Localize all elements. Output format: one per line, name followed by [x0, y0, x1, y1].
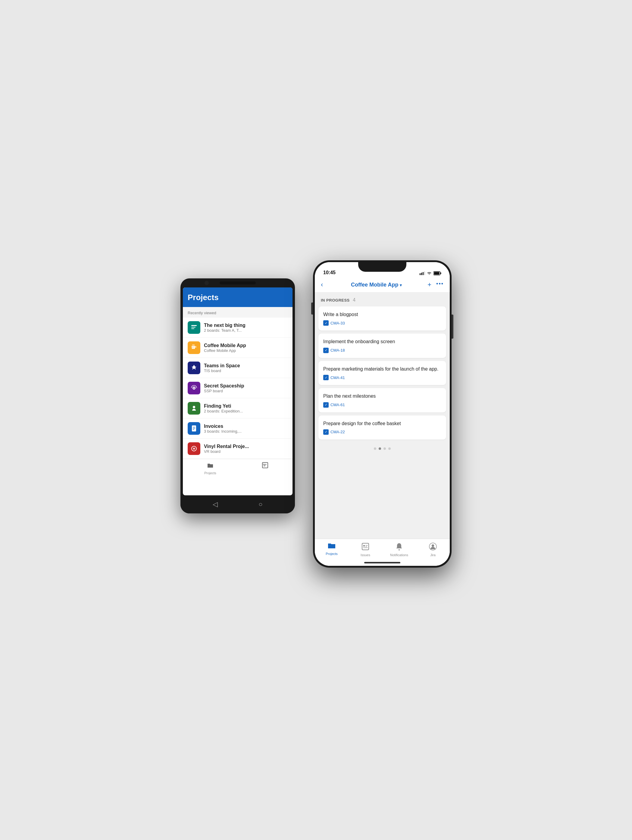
issue-card-coffee-basket[interactable]: Prepare design for the coffee basket ✓ C…: [318, 415, 446, 440]
status-icons: [420, 271, 441, 275]
svg-point-27: [432, 545, 434, 547]
more-button[interactable]: •••: [436, 281, 444, 289]
project-info-invoices: Invoices 3 boards: Incoming,...: [204, 424, 288, 434]
issue-title: Prepare marketing materials for the laun…: [323, 366, 441, 373]
back-icon[interactable]: ◁: [213, 501, 218, 508]
svg-point-25: [399, 549, 400, 551]
project-info-ssp: Secret Spaceship SSP board: [204, 383, 288, 393]
issue-title: Implement the onboarding screen: [323, 338, 441, 345]
nav-label: Issues: [361, 553, 370, 557]
issue-meta: ✓ CMA-61: [323, 402, 441, 407]
project-sub: VR board: [204, 449, 288, 454]
volume-button: [311, 303, 313, 314]
project-name: Secret Spaceship: [204, 383, 288, 388]
android-camera-bar: [220, 281, 256, 284]
issue-id: CMA-18: [331, 348, 345, 352]
dot-3: [383, 447, 386, 450]
project-name: Vinyl Rental Proje...: [204, 444, 288, 449]
list-item[interactable]: Finding Yeti 2 boards: Expedition...: [183, 398, 293, 418]
project-sub: 3 boards: Incoming,...: [204, 429, 288, 434]
issues-icon: [361, 543, 369, 552]
project-name: Invoices: [204, 424, 288, 429]
android-projects-title: Projects: [188, 293, 288, 302]
list-item[interactable]: Invoices 3 boards: Incoming,...: [183, 418, 293, 439]
home-icon[interactable]: ○: [258, 501, 262, 508]
project-sub: SSP board: [204, 388, 288, 393]
folder-icon: [206, 461, 214, 471]
dot-1: [374, 447, 376, 450]
back-button[interactable]: ‹: [321, 281, 323, 289]
svg-point-5: [193, 387, 195, 388]
issue-checkbox: ✓: [323, 348, 329, 353]
project-icon-finding-yeti: [188, 402, 200, 415]
section-header: IN PROGRESS 4: [315, 292, 450, 306]
issue-card-plan-milestones[interactable]: Plan the next milestones ✓ CMA-61: [318, 388, 446, 412]
android-project-list: The next big thing 2 boards: Team A, T..…: [183, 317, 293, 459]
android-nav-issues[interactable]: [238, 461, 293, 475]
svg-rect-0: [191, 325, 197, 326]
power-button: [452, 314, 453, 339]
dropdown-arrow-icon: ▾: [400, 283, 402, 287]
nav-label: Jira: [430, 553, 436, 557]
project-name: Coffee Mobile App: [204, 343, 288, 348]
list-item[interactable]: Vinyl Rental Proje... VR board: [183, 439, 293, 459]
svg-rect-17: [421, 273, 422, 275]
issue-id: CMA-33: [331, 321, 345, 325]
svg-rect-2: [191, 328, 194, 329]
battery-icon: [433, 271, 441, 275]
issue-meta: ✓ CMA-33: [323, 320, 441, 326]
bell-icon: [396, 543, 403, 552]
android-nav-projects[interactable]: Projects: [183, 461, 238, 475]
issue-meta: ✓ CMA-22: [323, 429, 441, 435]
project-sub: Coffee Mobile App: [204, 348, 288, 353]
user-icon: [429, 543, 437, 552]
svg-rect-18: [422, 272, 424, 275]
issue-card-write-blogpost[interactable]: Write a blogpost ✓ CMA-33: [318, 306, 446, 330]
svg-rect-19: [424, 272, 425, 275]
issue-meta: ✓ CMA-41: [323, 375, 441, 380]
iphone-nav-title: Coffee Mobile App ▾: [325, 282, 427, 288]
issue-meta: ✓ CMA-18: [323, 348, 441, 353]
svg-point-13: [194, 448, 194, 449]
android-bottom-nav: Projects: [183, 459, 293, 476]
project-info-next-big-thing: The next big thing 2 boards: Team A, T..…: [204, 323, 288, 333]
iphone-nav-notifications[interactable]: Notifications: [382, 543, 416, 557]
list-item[interactable]: Coffee Mobile App Coffee Mobile App: [183, 338, 293, 358]
svg-rect-9: [193, 428, 195, 429]
android-screen: Projects Recently viewed The next big th…: [183, 287, 293, 495]
svg-point-6: [193, 406, 195, 408]
home-bar: [364, 562, 400, 564]
iphone-nav-jira[interactable]: Jira: [416, 543, 450, 557]
issue-id: CMA-22: [331, 429, 345, 434]
project-icon-invoices: [188, 422, 200, 435]
project-name: The next big thing: [204, 323, 288, 328]
iphone: 10:45: [313, 260, 452, 568]
android-nav-bar: ◁ ○: [180, 495, 295, 513]
project-icon-teams-in-space: [188, 362, 200, 374]
section-count: 4: [353, 297, 355, 303]
iphone-nav-issues[interactable]: Issues: [348, 543, 382, 557]
project-name: Finding Yeti: [204, 403, 288, 409]
issue-id: CMA-41: [331, 376, 345, 380]
nav-label: Projects: [204, 471, 216, 475]
issue-id: CMA-61: [331, 403, 345, 407]
issue-card-implement-onboarding[interactable]: Implement the onboarding screen ✓ CMA-18: [318, 333, 446, 358]
folder-icon: [328, 543, 336, 551]
list-item[interactable]: The next big thing 2 boards: Team A, T..…: [183, 317, 293, 338]
project-info-tis: Teams in Space TIS board: [204, 363, 288, 373]
project-icon-vinyl: [188, 442, 200, 455]
add-button[interactable]: +: [427, 281, 431, 289]
svg-rect-24: [363, 545, 365, 546]
list-item[interactable]: Secret Spaceship SSP board: [183, 378, 293, 398]
page-dots: [315, 443, 450, 455]
issue-card-marketing-materials[interactable]: Prepare marketing materials for the laun…: [318, 361, 446, 385]
project-icon-secret-spaceship: [188, 382, 200, 395]
list-item[interactable]: Teams in Space TIS board: [183, 358, 293, 378]
android-recently-viewed: Recently viewed: [183, 307, 293, 317]
signal-icon: [420, 272, 425, 275]
svg-rect-1: [191, 327, 195, 327]
project-name: Teams in Space: [204, 363, 288, 368]
iphone-nav-projects[interactable]: Projects: [315, 543, 348, 556]
issues-icon: [262, 461, 269, 471]
project-info-yeti: Finding Yeti 2 boards: Expedition...: [204, 403, 288, 414]
